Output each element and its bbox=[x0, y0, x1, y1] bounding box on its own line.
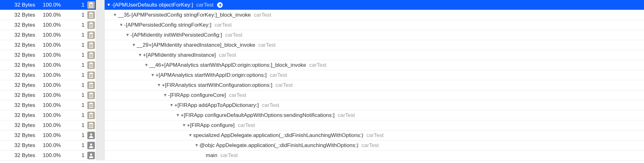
symbol-cell[interactable]: +[APMIdentity sharedInstance]carTest bbox=[105, 52, 644, 58]
symbol-name: +[FIRApp configureDefaultAppWithOptions:… bbox=[181, 112, 335, 118]
symbol-cell[interactable]: __35-[APMPersistedConfig stringForKey:]_… bbox=[105, 12, 644, 18]
svg-rect-35 bbox=[92, 84, 93, 87]
svg-rect-51 bbox=[92, 124, 93, 127]
percent-cell: 100.0% bbox=[38, 92, 63, 98]
focus-gutter[interactable] bbox=[96, 40, 105, 50]
focus-gutter[interactable] bbox=[96, 50, 105, 60]
svg-rect-15 bbox=[92, 34, 93, 37]
library-name: carTest bbox=[196, 2, 214, 8]
bytes-cell: 32 Bytes bbox=[0, 102, 38, 108]
table-row[interactable]: 32 Bytes100.0%1@objc AppDelegate.applica… bbox=[0, 140, 644, 150]
table-row[interactable]: 32 Bytes100.0%1+[APMIdentity sharedInsta… bbox=[0, 50, 644, 60]
focus-arrow-icon[interactable] bbox=[217, 2, 223, 8]
symbol-cell[interactable]: specialized AppDelegate.application(_:di… bbox=[105, 132, 644, 139]
bytes-cell: 32 Bytes bbox=[0, 72, 38, 78]
focus-gutter[interactable] bbox=[96, 30, 105, 40]
disclosure-triangle-icon[interactable] bbox=[194, 143, 199, 148]
symbol-cell[interactable]: -[APMPersistedConfig stringForKey:]carTe… bbox=[105, 22, 644, 28]
svg-rect-36 bbox=[89, 87, 93, 88]
symbol-cell[interactable]: -[FIRApp configureCore]carTest bbox=[105, 92, 644, 98]
symbol-name: +[APMIdentity sharedInstance] bbox=[143, 52, 216, 58]
focus-gutter[interactable] bbox=[96, 0, 105, 10]
symbol-cell[interactable]: +[FIRApp configure]carTest bbox=[105, 122, 644, 129]
symbol-name: -[FIRApp configureCore] bbox=[168, 92, 226, 98]
disclosure-triangle-icon[interactable] bbox=[157, 83, 161, 87]
disclosure-triangle-icon[interactable] bbox=[176, 113, 180, 118]
symbol-cell[interactable]: +[FIRAnalytics startWithConfiguration:op… bbox=[105, 82, 644, 88]
system-library-icon bbox=[87, 102, 95, 109]
symbol-cell[interactable]: +[FIRApp addAppToAppDictionary:]carTest bbox=[105, 102, 644, 108]
percent-cell: 100.0% bbox=[38, 2, 63, 8]
table-row[interactable]: 32 Bytes100.0%1+[FIRAnalytics startWithC… bbox=[0, 80, 644, 90]
percent-cell: 100.0% bbox=[38, 22, 63, 28]
disclosure-triangle-icon[interactable] bbox=[144, 63, 149, 67]
count-cell: 1 bbox=[63, 142, 86, 149]
focus-gutter[interactable] bbox=[96, 80, 105, 90]
table-row[interactable]: 32 Bytes100.0%1specialized AppDelegate.a… bbox=[0, 130, 644, 140]
focus-gutter[interactable] bbox=[96, 120, 105, 130]
disclosure-triangle-icon[interactable] bbox=[132, 43, 136, 47]
table-row[interactable]: 32 Bytes100.0%1__46+[APMAnalytics startW… bbox=[0, 60, 644, 70]
symbol-name: +[FIRAnalytics startWithConfiguration:op… bbox=[162, 82, 272, 88]
library-name: carTest bbox=[338, 112, 355, 118]
table-row[interactable]: 32 Bytes100.0%1-[APMPersistedConfig stri… bbox=[0, 20, 644, 30]
disclosure-triangle-icon[interactable] bbox=[138, 53, 142, 57]
symbol-cell[interactable]: +[FIRApp configureDefaultAppWithOptions:… bbox=[105, 112, 644, 118]
svg-rect-46 bbox=[91, 114, 91, 117]
focus-gutter[interactable] bbox=[96, 100, 105, 110]
symbol-name: -[APMPersistedConfig stringForKey:] bbox=[124, 22, 211, 28]
focus-gutter[interactable] bbox=[96, 60, 105, 70]
symbol-cell[interactable]: maincarTest bbox=[105, 152, 644, 159]
disclosure-triangle-icon[interactable] bbox=[163, 93, 167, 97]
table-row[interactable]: 32 Bytes100.0%1-[FIRApp configureCore]ca… bbox=[0, 90, 644, 100]
library-name: carTest bbox=[219, 52, 236, 58]
disclosure-triangle-icon[interactable] bbox=[113, 13, 117, 17]
bytes-cell: 32 Bytes bbox=[0, 152, 38, 159]
table-row[interactable]: 32 Bytes100.0%1__35-[APMPersistedConfig … bbox=[0, 10, 644, 20]
disclosure-triangle-icon[interactable] bbox=[106, 3, 111, 7]
user-code-icon bbox=[87, 142, 95, 149]
focus-gutter[interactable] bbox=[96, 10, 105, 20]
svg-rect-16 bbox=[89, 37, 93, 38]
kind-cell bbox=[86, 152, 96, 159]
focus-gutter[interactable] bbox=[96, 110, 105, 120]
focus-gutter[interactable] bbox=[96, 130, 105, 140]
symbol-cell[interactable]: -[APMIdentity initWithPersistedConfig:]c… bbox=[105, 32, 644, 38]
system-library-icon bbox=[87, 11, 95, 19]
percent-cell: 100.0% bbox=[38, 62, 63, 68]
table-row[interactable]: 32 Bytes100.0%1-[APMIdentity initWithPer… bbox=[0, 30, 644, 40]
symbol-cell[interactable]: +[APMAnalytics startWithAppID:origin:opt… bbox=[105, 72, 644, 78]
count-cell: 1 bbox=[63, 82, 86, 88]
focus-gutter[interactable] bbox=[96, 20, 105, 30]
symbol-cell[interactable]: __46+[APMAnalytics startWithAppID:origin… bbox=[105, 62, 644, 68]
focus-gutter[interactable] bbox=[96, 140, 105, 150]
system-library-icon bbox=[87, 92, 95, 99]
svg-rect-49 bbox=[89, 124, 90, 127]
table-row[interactable]: 32 Bytes100.0%1+[FIRApp configure]carTes… bbox=[0, 120, 644, 130]
table-row[interactable]: 32 Bytes100.0%1+[FIRApp addAppToAppDicti… bbox=[0, 100, 644, 110]
focus-gutter[interactable] bbox=[96, 150, 105, 160]
count-cell: 1 bbox=[63, 112, 86, 118]
symbol-cell[interactable]: @objc AppDelegate.application(_:didFinis… bbox=[105, 142, 644, 149]
symbol-cell[interactable]: __29+[APMIdentity sharedInstance]_block_… bbox=[105, 42, 644, 48]
bytes-cell: 32 Bytes bbox=[0, 122, 38, 129]
table-row[interactable]: 32 Bytes100.0%1-[APMUserDefaults objectF… bbox=[0, 0, 644, 10]
kind-cell bbox=[86, 61, 96, 69]
table-row[interactable]: 32 Bytes100.0%1maincarTest bbox=[0, 150, 644, 160]
focus-gutter[interactable] bbox=[96, 90, 105, 100]
disclosure-triangle-icon[interactable] bbox=[169, 103, 174, 108]
disclosure-triangle-icon[interactable] bbox=[125, 33, 130, 37]
library-name: carTest bbox=[229, 92, 246, 98]
svg-rect-17 bbox=[89, 44, 90, 47]
svg-rect-25 bbox=[89, 64, 90, 67]
disclosure-triangle-icon[interactable] bbox=[188, 133, 193, 138]
disclosure-triangle-icon[interactable] bbox=[182, 123, 186, 128]
table-row[interactable]: 32 Bytes100.0%1__29+[APMIdentity sharedI… bbox=[0, 40, 644, 50]
disclosure-triangle-icon[interactable] bbox=[150, 73, 155, 77]
table-row[interactable]: 32 Bytes100.0%1+[FIRApp configureDefault… bbox=[0, 110, 644, 120]
symbol-cell[interactable]: -[APMUserDefaults objectForKey:]carTest bbox=[105, 2, 644, 8]
focus-gutter[interactable] bbox=[96, 70, 105, 80]
table-row[interactable]: 32 Bytes100.0%1+[APMAnalytics startWithA… bbox=[0, 70, 644, 80]
library-name: carTest bbox=[367, 132, 384, 139]
disclosure-triangle-icon[interactable] bbox=[119, 23, 123, 27]
